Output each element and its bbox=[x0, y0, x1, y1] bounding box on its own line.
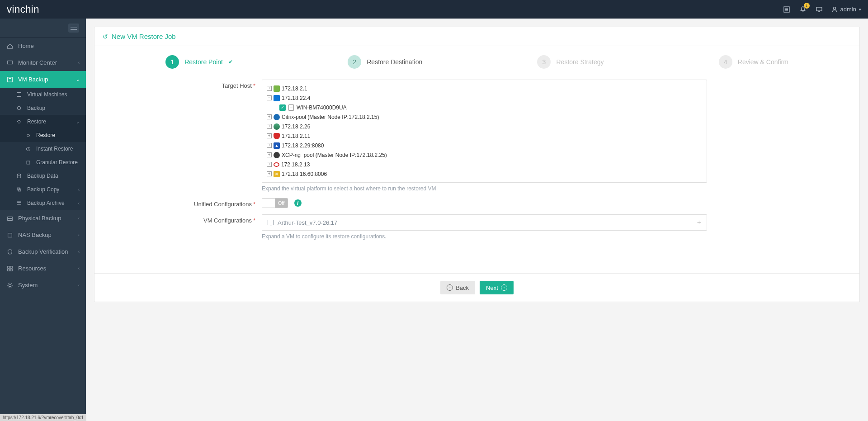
nav-verification[interactable]: Backup Verification‹ bbox=[0, 243, 86, 260]
bell-icon[interactable]: 1 bbox=[799, 5, 807, 14]
tree-node-child[interactable]: ✓WIN-BM74000D9UA bbox=[267, 103, 702, 112]
tree-node[interactable]: −172.18.22.4 bbox=[267, 93, 702, 103]
label-vm-config: VM Configurations* bbox=[113, 214, 262, 240]
monitor-icon[interactable] bbox=[815, 5, 823, 14]
label-target-host: Target Host* bbox=[113, 80, 262, 192]
info-icon[interactable]: i bbox=[294, 199, 302, 207]
restore-icon bbox=[15, 118, 23, 125]
nav-restore-sub-item[interactable]: Restore bbox=[0, 128, 86, 142]
logo-part2: chin bbox=[20, 4, 39, 15]
nav-physical[interactable]: Physical Backup‹ bbox=[0, 210, 86, 227]
sidebar: Home Monitor Center‹ VM Backup⌄ Virtual … bbox=[0, 19, 86, 310]
step-2-num: 2 bbox=[348, 55, 361, 69]
top-right: 1 admin ▾ bbox=[783, 5, 861, 14]
data-icon bbox=[15, 172, 23, 180]
svg-point-20 bbox=[9, 284, 11, 286]
nav-backup-data[interactable]: Backup Data bbox=[0, 169, 86, 183]
svg-point-9 bbox=[17, 174, 21, 175]
nav-home-label: Home bbox=[18, 43, 34, 49]
expand-icon[interactable]: + bbox=[267, 152, 272, 157]
nav-monitor[interactable]: Monitor Center‹ bbox=[0, 54, 86, 71]
windows-icon bbox=[274, 95, 280, 101]
checked-icon[interactable]: ✓ bbox=[279, 104, 286, 111]
step-1-label: Restore Point bbox=[184, 58, 223, 66]
target-host-tree[interactable]: +172.18.2.1 −172.18.22.4 ✓WIN-BM74000D9U… bbox=[262, 80, 707, 183]
expand-icon[interactable]: + bbox=[267, 133, 272, 138]
resources-icon bbox=[6, 265, 14, 272]
next-label: Next bbox=[486, 284, 498, 291]
tree-label: 172.18.2.11 bbox=[282, 133, 310, 139]
step-1[interactable]: 1 Restore Point ✔ bbox=[165, 55, 233, 69]
expand-icon[interactable]: + bbox=[267, 124, 272, 129]
expand-icon[interactable]: + bbox=[267, 143, 272, 148]
svg-rect-3 bbox=[8, 61, 13, 64]
archive-icon bbox=[15, 199, 23, 207]
chevron-icon: ‹ bbox=[78, 60, 80, 65]
vm-config-value: Arthur-Test_v7.0-26.17 bbox=[278, 219, 337, 226]
expand-icon[interactable]: + bbox=[267, 86, 272, 91]
nav-resources[interactable]: Resources‹ bbox=[0, 260, 86, 277]
chevron-icon: ‹ bbox=[78, 249, 80, 254]
redhat-icon bbox=[274, 133, 280, 139]
citrix-icon bbox=[274, 114, 280, 120]
svg-point-2 bbox=[833, 7, 835, 9]
nav-physical-label: Physical Backup bbox=[18, 215, 61, 222]
tree-node[interactable]: +XCP-ng_pool (Master Node IP:172.18.2.25… bbox=[267, 150, 702, 160]
nav-granular-label: Granular Restore bbox=[36, 159, 78, 166]
nav-home[interactable]: Home bbox=[0, 38, 86, 54]
tree-node[interactable]: +172.18.2.11 bbox=[267, 131, 702, 141]
nav-backup-archive[interactable]: Backup Archive‹ bbox=[0, 196, 86, 210]
nav-vm-backup[interactable]: VM Backup⌄ bbox=[0, 71, 86, 88]
nav-vm-backup-sub: Virtual Machines Backup Restore⌄ Restore… bbox=[0, 88, 86, 210]
nav-monitor-label: Monitor Center bbox=[18, 59, 57, 66]
restore-header-icon: ↺ bbox=[103, 33, 108, 40]
unified-toggle[interactable]: Off bbox=[262, 198, 288, 208]
expand-icon[interactable]: + bbox=[267, 171, 272, 176]
step-4-label: Review & Confirm bbox=[738, 58, 788, 66]
expand-plus-icon[interactable]: + bbox=[697, 218, 701, 227]
back-label: Back bbox=[456, 284, 469, 291]
nav-nas[interactable]: NAS Backup‹ bbox=[0, 227, 86, 243]
nav-restore[interactable]: Restore⌄ bbox=[0, 115, 86, 128]
toggle-off-label: Off bbox=[275, 199, 288, 208]
vm-config-helper: Expand a VM to configure its restore con… bbox=[262, 233, 707, 240]
tree-node[interactable]: +▲172.18.2.29:8080 bbox=[267, 141, 702, 150]
nav-virtual-machines[interactable]: Virtual Machines bbox=[0, 88, 86, 101]
topbar: vinchin 1 admin ▾ bbox=[0, 0, 868, 19]
nav-verification-label: Backup Verification bbox=[18, 248, 68, 255]
tree-node[interactable]: +✕172.18.16.60:8006 bbox=[267, 169, 702, 179]
svg-rect-16 bbox=[8, 266, 9, 268]
expand-icon[interactable]: + bbox=[267, 114, 272, 119]
expand-icon[interactable]: + bbox=[267, 162, 272, 167]
tree-node[interactable]: +172.18.2.1 bbox=[267, 84, 702, 93]
user-name: admin bbox=[840, 6, 856, 13]
chevron-icon: ‹ bbox=[78, 232, 80, 237]
tree-node[interactable]: +172.18.2.26 bbox=[267, 122, 702, 131]
collapse-icon[interactable]: − bbox=[267, 95, 272, 100]
user-menu[interactable]: admin ▾ bbox=[831, 6, 861, 13]
arrow-left-icon: ← bbox=[447, 284, 453, 291]
nav-instant-restore[interactable]: Instant Restore bbox=[0, 142, 86, 156]
nav-granular-restore[interactable]: Granular Restore bbox=[0, 156, 86, 169]
field-target-host: +172.18.2.1 −172.18.22.4 ✓WIN-BM74000D9U… bbox=[262, 80, 707, 192]
tree-node[interactable]: +Citrix-pool (Master Node IP:172.18.2.15… bbox=[267, 112, 702, 122]
nav-restore-sub: Restore Instant Restore Granular Restore bbox=[0, 128, 86, 169]
nav-backup-copy[interactable]: Backup Copy‹ bbox=[0, 183, 86, 196]
form-body: Target Host* +172.18.2.1 −172.18.22.4 ✓W… bbox=[94, 75, 859, 264]
tree-node[interactable]: +172.18.2.13 bbox=[267, 160, 702, 169]
chevron-icon: ‹ bbox=[78, 201, 80, 206]
list-icon[interactable] bbox=[783, 5, 791, 14]
svg-rect-5 bbox=[17, 93, 21, 97]
nav-system[interactable]: System‹ bbox=[0, 277, 86, 293]
hamburger-icon[interactable] bbox=[68, 24, 79, 33]
nav-backup[interactable]: Backup bbox=[0, 101, 86, 115]
back-button[interactable]: ←Back bbox=[440, 281, 475, 294]
nav-resources-label: Resources bbox=[18, 265, 46, 272]
vm-config-box[interactable]: Arthur-Test_v7.0-26.17 + bbox=[262, 214, 707, 231]
next-button[interactable]: Next→ bbox=[480, 281, 514, 294]
arrow-right-icon: → bbox=[501, 284, 507, 291]
step-2[interactable]: 2 Restore Destination bbox=[348, 55, 422, 69]
vmware-icon bbox=[274, 85, 280, 92]
nav-backup-copy-label: Backup Copy bbox=[27, 186, 59, 193]
row-vm-config: VM Configurations* Arthur-Test_v7.0-26.1… bbox=[113, 214, 841, 240]
